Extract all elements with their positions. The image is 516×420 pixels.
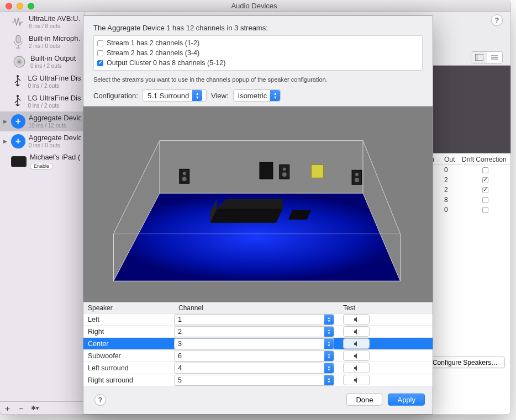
stream-checkbox[interactable] xyxy=(97,60,103,66)
stream-row[interactable]: Stream 1 has 2 channels (1-2) xyxy=(97,38,419,48)
chevron-updown-icon: ▲▼ xyxy=(324,375,334,385)
stream-checkbox[interactable] xyxy=(97,40,103,46)
configure-speakers-button[interactable]: Configure Speakers… xyxy=(425,357,505,368)
device-sub: 2 ins / 0 outs xyxy=(29,43,81,50)
test-button[interactable] xyxy=(343,338,370,349)
test-button[interactable] xyxy=(343,326,370,337)
speaker-row-subwoofer[interactable]: Subwoofer 6▲▼ xyxy=(83,350,433,362)
device-sub: 0 ins / 2 outs xyxy=(28,83,81,89)
svg-point-22 xyxy=(183,172,186,175)
test-button[interactable] xyxy=(343,363,370,373)
device-item-builtin-mic[interactable]: ▶ Built-in Microph… 2 ins / 0 outs xyxy=(0,32,84,52)
action-menu-button[interactable]: ✱▾ xyxy=(31,405,39,412)
minimize-icon[interactable] xyxy=(17,3,23,9)
usb-icon xyxy=(11,94,25,109)
stream-checkbox[interactable] xyxy=(97,50,103,56)
speaker-name: Left xyxy=(83,316,174,323)
svg-rect-29 xyxy=(352,170,362,184)
enable-button[interactable]: Enable xyxy=(30,163,53,169)
view-label: View: xyxy=(211,92,229,100)
drift-checkbox[interactable] xyxy=(482,197,488,203)
usb-icon xyxy=(11,74,25,89)
io-table: In Out Drift Correction 2 0 0 2 xyxy=(427,154,510,215)
summary-text: The Aggregate Device 1 has 12 channels i… xyxy=(93,24,423,32)
view-select[interactable]: Isometric ▲▼ xyxy=(233,89,281,102)
disclosure-triangle-icon[interactable]: ▶ xyxy=(3,119,8,124)
svg-point-3 xyxy=(18,61,20,63)
device-item-builtin-output[interactable]: ▶ Built-in Output 0 ins / 2 outs xyxy=(0,52,84,72)
svg-point-5 xyxy=(17,95,19,97)
test-button[interactable] xyxy=(343,314,370,325)
header-channel: Channel xyxy=(174,304,339,312)
speaker-row-right[interactable]: Right 2▲▼ xyxy=(83,326,433,338)
help-button[interactable]: ? xyxy=(491,14,503,26)
device-item-ultralite[interactable]: ▶ UltraLite AVB:U… 8 ins / 8 outs xyxy=(0,12,84,32)
svg-point-26 xyxy=(282,172,287,177)
stream-row[interactable]: Output Cluster 0 has 8 channels (5-12) xyxy=(97,58,419,68)
done-button[interactable]: Done xyxy=(346,394,382,406)
channel-select[interactable]: 3▲▼ xyxy=(174,338,334,349)
drift-checkbox[interactable] xyxy=(482,167,488,173)
device-name: Aggregate Devic… xyxy=(29,134,81,142)
svg-rect-7 xyxy=(475,54,478,61)
svg-point-30 xyxy=(355,173,359,176)
list-view-icon[interactable] xyxy=(487,52,502,63)
remove-device-button[interactable]: － xyxy=(17,404,25,412)
svg-rect-27 xyxy=(311,164,323,178)
speaker-row-center[interactable]: Center 3▲▼ xyxy=(83,338,433,350)
drift-checkbox[interactable] xyxy=(482,177,488,183)
speaker-row-left-surround[interactable]: Left surround 4▲▼ xyxy=(83,362,433,374)
close-icon[interactable] xyxy=(6,3,12,9)
disclosure-triangle-icon[interactable]: ▶ xyxy=(3,139,8,144)
svg-point-25 xyxy=(283,167,286,171)
device-name: Aggregate Devic… xyxy=(29,114,81,123)
svg-point-31 xyxy=(355,178,359,182)
device-item-lg-1[interactable]: ▶ LG UltraFine Dis… 0 ins / 2 outs xyxy=(0,72,84,92)
help-button[interactable]: ? xyxy=(94,394,106,406)
speaker-table: Speaker Channel Test Left 1▲▼ Right 2▲▼ … xyxy=(83,302,433,386)
channel-select[interactable]: 1▲▼ xyxy=(174,314,334,325)
io-row: 2 0 xyxy=(427,165,510,175)
traffic-lights xyxy=(0,3,34,9)
speaker-row-left[interactable]: Left 1▲▼ xyxy=(83,313,433,326)
speaker-name: Left surround xyxy=(83,364,174,372)
speaker-name: Subwoofer xyxy=(83,352,174,360)
add-device-button[interactable]: ＋ xyxy=(3,404,12,412)
device-item-aggregate-1[interactable]: ▶ + Aggregate Devic… 10 ins / 12 outs xyxy=(0,111,84,131)
io-row: 0 2 xyxy=(427,185,510,195)
svg-rect-28 xyxy=(260,162,273,179)
channel-select[interactable]: 2▲▼ xyxy=(174,326,334,337)
drift-checkbox[interactable] xyxy=(482,187,488,193)
device-list: ▶ UltraLite AVB:U… 8 ins / 8 outs ▶ xyxy=(0,12,84,401)
io-row: 1 0 xyxy=(427,205,510,215)
io-header-out: Out xyxy=(442,156,460,163)
device-item-aggregate-2[interactable]: ▶ + Aggregate Devic… 0 ins / 0 outs xyxy=(0,131,84,151)
speaker-name: Center xyxy=(83,340,174,348)
drift-checkbox[interactable] xyxy=(482,207,488,213)
svg-rect-21 xyxy=(180,169,189,183)
device-sub: 0 ins / 2 outs xyxy=(30,63,76,70)
configuration-label: Configuration: xyxy=(93,92,138,100)
speaker-name: Right surround xyxy=(83,376,174,384)
header-test: Test xyxy=(339,304,433,312)
channel-select[interactable]: 4▲▼ xyxy=(174,363,334,374)
channel-select[interactable]: 6▲▼ xyxy=(174,350,334,361)
device-item-ipad[interactable]: ▶ Michael's iPad (… Enable xyxy=(0,151,84,172)
speaker-row-right-surround[interactable]: Right surround 5▲▼ xyxy=(83,374,433,386)
configuration-select[interactable]: 5.1 Surround ▲▼ xyxy=(143,89,207,102)
test-button[interactable] xyxy=(343,350,370,361)
grid-view-icon[interactable] xyxy=(471,52,487,63)
stream-row[interactable]: Stream 2 has 2 channels (3-4) xyxy=(97,48,419,58)
zoom-icon[interactable] xyxy=(28,3,34,9)
configuration-value: 5.1 Surround xyxy=(143,92,192,100)
sheet-footer: ? Done Apply xyxy=(83,386,433,413)
window-title: Audio Devices xyxy=(34,2,474,10)
speaker-room-visualization[interactable] xyxy=(83,106,433,302)
test-button[interactable] xyxy=(343,375,370,385)
apply-button[interactable]: Apply xyxy=(388,394,425,406)
device-sub: 0 ins / 2 outs xyxy=(28,103,81,109)
device-item-lg-2[interactable]: ▶ LG UltraFine Dis… 0 ins / 2 outs xyxy=(0,92,84,111)
header-speaker: Speaker xyxy=(83,304,174,312)
view-mode-segmented[interactable] xyxy=(471,51,503,63)
channel-select[interactable]: 5▲▼ xyxy=(174,375,334,386)
